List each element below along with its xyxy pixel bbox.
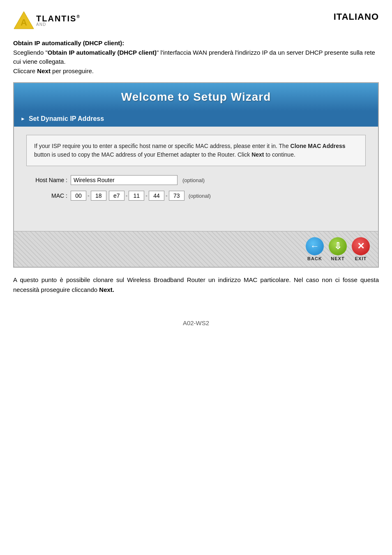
language-badge: ITALIANO xyxy=(334,12,379,22)
svg-text:A: A xyxy=(21,17,27,28)
back-label: BACK xyxy=(307,256,322,261)
model-number: A02-WS2 xyxy=(183,319,209,326)
wizard-title-bar: Welcome to Setup Wizard xyxy=(14,83,378,111)
logo-icon: A xyxy=(13,10,35,31)
exit-label: EXIT xyxy=(355,256,367,261)
mac-row: MAC : - - - - (optional) xyxy=(26,191,366,201)
page-footer: A02-WS2 xyxy=(13,319,379,326)
bottom-text: A questo punto è possibile clonare sul W… xyxy=(13,275,379,295)
section-header: ► Set Dynamic IP Address xyxy=(14,111,378,127)
section-arrow-icon: ► xyxy=(21,116,25,122)
host-name-label: Host Name : xyxy=(26,177,67,183)
back-button[interactable]: ← BACK xyxy=(306,237,324,261)
intro-heading: Obtain IP automatically (DHCP client): xyxy=(13,39,379,48)
mac-field-2[interactable] xyxy=(109,191,125,201)
wizard-box: Welcome to Setup Wizard ► Set Dynamic IP… xyxy=(13,82,379,268)
exit-button[interactable]: ✕ EXIT xyxy=(352,237,370,261)
mac-field-0[interactable] xyxy=(71,191,86,201)
host-name-optional: (optional) xyxy=(182,177,205,183)
wizard-spacer xyxy=(26,206,366,231)
section-label: Set Dynamic IP Address xyxy=(29,115,104,123)
host-name-row: Host Name : (optional) xyxy=(26,175,366,185)
mac-optional: (optional) xyxy=(189,193,211,199)
mac-field-3[interactable] xyxy=(129,191,144,201)
logo-text-area: TLANTIS® AND xyxy=(36,14,81,27)
back-icon: ← xyxy=(306,237,324,255)
mac-field-4[interactable] xyxy=(149,191,164,201)
exit-icon: ✕ xyxy=(352,237,370,255)
intro-paragraph2: Cliccare Next per proseguire. xyxy=(13,67,379,76)
intro-section: Obtain IP automatically (DHCP client): S… xyxy=(13,39,379,76)
mac-label: MAC : xyxy=(26,192,67,199)
info-box: If your ISP require you to enter a speci… xyxy=(26,135,366,166)
logo: A TLANTIS® AND xyxy=(13,10,81,31)
mac-field-1[interactable] xyxy=(91,191,106,201)
wizard-title: Welcome to Setup Wizard xyxy=(121,90,271,103)
logo-and-label: AND xyxy=(36,23,81,27)
page-header: A TLANTIS® AND ITALIANO xyxy=(13,10,379,31)
logo-atlantis-label: TLANTIS® xyxy=(36,14,81,23)
host-name-input[interactable] xyxy=(71,175,178,185)
next-label: NEXT xyxy=(331,256,344,261)
next-button[interactable]: ⇩ NEXT xyxy=(329,237,347,261)
mac-field-5[interactable] xyxy=(169,191,184,201)
intro-paragraph1: Scegliendo "Obtain IP automatically (DHC… xyxy=(13,48,379,67)
wizard-footer: ← BACK ⇩ NEXT ✕ EXIT xyxy=(14,231,378,267)
next-icon: ⇩ xyxy=(329,237,347,255)
wizard-inner: If your ISP require you to enter a speci… xyxy=(14,127,378,231)
mac-fields: - - - - (optional) xyxy=(71,191,211,201)
